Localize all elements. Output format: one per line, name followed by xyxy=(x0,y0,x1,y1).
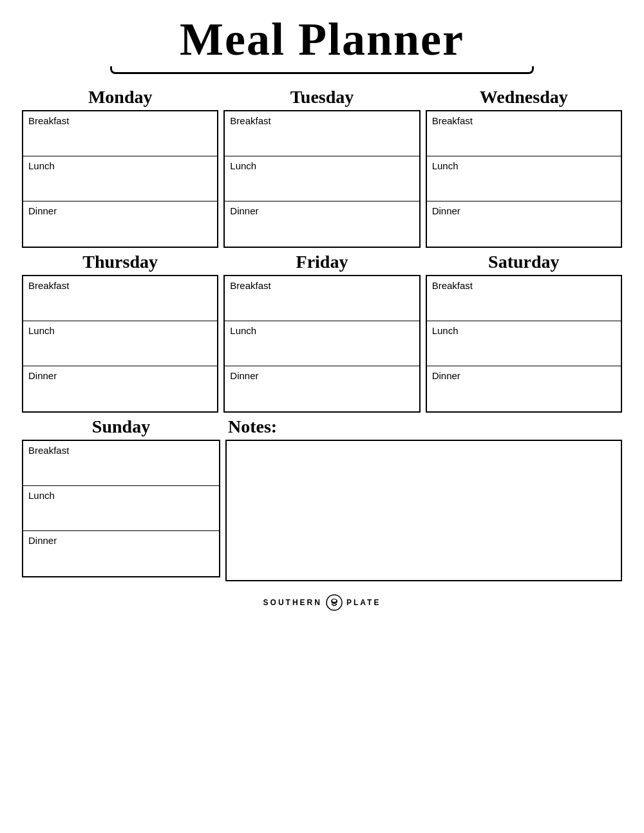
thursday-lunch: Lunch xyxy=(23,321,217,366)
tuesday-lunch: Lunch xyxy=(225,156,419,201)
friday-lunch: Lunch xyxy=(225,321,419,366)
thursday-header: Thursday xyxy=(22,252,218,272)
footer-brand: SOUTHERN xyxy=(263,598,322,607)
svg-point-2 xyxy=(332,599,336,602)
title-decoration xyxy=(110,66,534,74)
saturday-header: Saturday xyxy=(426,252,622,272)
sunday-header: Sunday xyxy=(22,416,220,437)
saturday-block: Saturday Breakfast Lunch Dinner xyxy=(426,252,622,413)
title-container: Meal Planner xyxy=(19,13,625,74)
footer-brand2: PLATE xyxy=(346,598,381,607)
sunday-dinner: Dinner xyxy=(23,531,219,576)
footer: SOUTHERN PLATE xyxy=(19,594,625,611)
friday-header: Friday xyxy=(223,252,420,272)
sunday-block: Sunday Breakfast Lunch Dinner xyxy=(22,416,220,581)
saturday-dinner: Dinner xyxy=(427,366,621,411)
friday-breakfast: Breakfast xyxy=(225,276,419,321)
last-row: Sunday Breakfast Lunch Dinner Notes: xyxy=(19,416,625,581)
notes-area[interactable] xyxy=(225,440,622,581)
wednesday-dinner: Dinner xyxy=(427,201,621,247)
monday-breakfast: Breakfast xyxy=(23,111,217,156)
friday-meals: Breakfast Lunch Dinner xyxy=(223,275,420,413)
thursday-block: Thursday Breakfast Lunch Dinner xyxy=(22,252,218,413)
notes-header: Notes: xyxy=(225,416,622,437)
monday-lunch: Lunch xyxy=(23,156,217,201)
friday-block: Friday Breakfast Lunch Dinner xyxy=(223,252,420,413)
tuesday-block: Tuesday Breakfast Lunch Dinner xyxy=(223,87,420,248)
tuesday-breakfast: Breakfast xyxy=(225,111,419,156)
tuesday-meals: Breakfast Lunch Dinner xyxy=(223,110,420,248)
saturday-meals: Breakfast Lunch Dinner xyxy=(426,275,622,413)
tuesday-dinner: Dinner xyxy=(225,201,419,247)
monday-dinner: Dinner xyxy=(23,201,217,247)
wednesday-meals: Breakfast Lunch Dinner xyxy=(426,110,622,248)
monday-meals: Breakfast Lunch Dinner xyxy=(22,110,218,248)
saturday-lunch: Lunch xyxy=(427,321,621,366)
monday-header: Monday xyxy=(22,87,218,108)
tuesday-header: Tuesday xyxy=(223,87,420,108)
footer-logo-icon xyxy=(326,594,343,611)
sunday-breakfast: Breakfast xyxy=(23,441,219,486)
wednesday-breakfast: Breakfast xyxy=(427,111,621,156)
thursday-meals: Breakfast Lunch Dinner xyxy=(22,275,218,413)
wednesday-header: Wednesday xyxy=(426,87,622,108)
planner-grid: Monday Breakfast Lunch Dinner Tuesday Br… xyxy=(19,87,625,585)
week-row-1: Monday Breakfast Lunch Dinner Tuesday Br… xyxy=(19,87,625,248)
sunday-lunch: Lunch xyxy=(23,486,219,531)
notes-block: Notes: xyxy=(225,416,622,581)
thursday-breakfast: Breakfast xyxy=(23,276,217,321)
monday-block: Monday Breakfast Lunch Dinner xyxy=(22,87,218,248)
thursday-dinner: Dinner xyxy=(23,366,217,411)
wednesday-block: Wednesday Breakfast Lunch Dinner xyxy=(426,87,622,248)
wednesday-lunch: Lunch xyxy=(427,156,621,201)
saturday-breakfast: Breakfast xyxy=(427,276,621,321)
week-row-2: Thursday Breakfast Lunch Dinner Friday B… xyxy=(19,252,625,413)
friday-dinner: Dinner xyxy=(225,366,419,411)
page-title: Meal Planner xyxy=(19,13,625,66)
sunday-meals: Breakfast Lunch Dinner xyxy=(22,440,220,577)
